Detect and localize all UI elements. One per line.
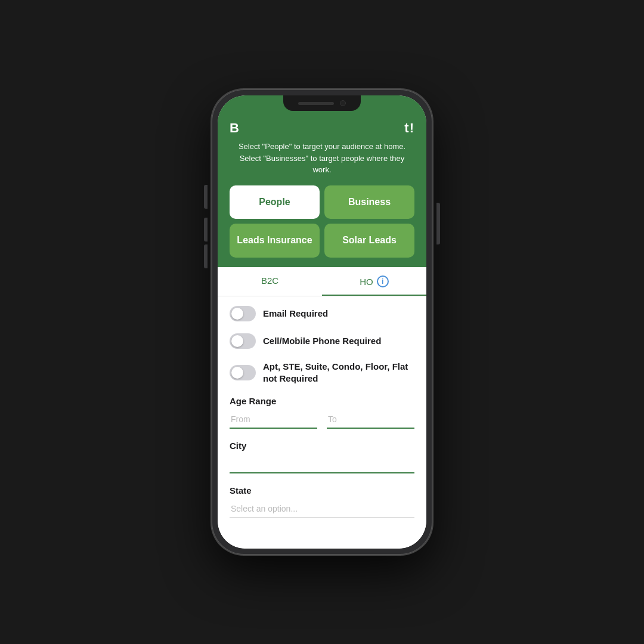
email-required-label: Email Required	[263, 308, 328, 320]
city-label: City	[230, 441, 414, 451]
state-label: State	[230, 485, 414, 496]
apt-ste-label: Apt, STE, Suite, Condo, Floor, Flat not …	[263, 361, 414, 384]
header-right-label: t!	[404, 120, 414, 136]
state-select[interactable]: Select an option...	[230, 501, 414, 518]
header-description: Select "People" to target your audience …	[230, 141, 414, 176]
content-area: B2C HO i Email Required	[218, 267, 426, 549]
cell-mobile-toggle[interactable]	[230, 333, 256, 349]
email-required-toggle[interactable]	[230, 306, 256, 321]
state-section: State Select an option...	[230, 485, 414, 518]
city-input[interactable]	[230, 457, 414, 473]
category-business-button[interactable]: Business	[324, 185, 414, 219]
apt-ste-row: Apt, STE, Suite, Condo, Floor, Flat not …	[230, 361, 414, 384]
age-range-label: Age Range	[230, 396, 414, 406]
category-grid: People Business Leads Insurance Solar Le…	[230, 185, 414, 258]
green-header: B t! Select "People" to target your audi…	[218, 120, 426, 267]
tabs-bar: B2C HO i	[218, 267, 426, 296]
phone-screen: B t! Select "People" to target your audi…	[218, 95, 426, 549]
speaker	[298, 102, 334, 105]
age-to-input[interactable]	[327, 412, 414, 429]
apt-ste-toggle[interactable]	[230, 365, 256, 380]
age-from-group	[230, 412, 317, 429]
category-solar-leads-button[interactable]: Solar Leads	[324, 224, 414, 258]
screen-content: B t! Select "People" to target your audi…	[218, 95, 426, 549]
notch	[283, 95, 361, 111]
phone-device: B t! Select "People" to target your audi…	[212, 89, 432, 555]
form-content: Email Required Cell/Mobile Phone Require…	[218, 296, 426, 534]
age-from-input[interactable]	[230, 412, 317, 429]
age-to-group	[327, 412, 414, 429]
camera	[340, 100, 346, 106]
category-leads-insurance-button[interactable]: Leads Insurance	[230, 224, 320, 258]
tab-b2c[interactable]: B2C	[218, 267, 322, 296]
age-range-row	[230, 412, 414, 429]
header-left-label: B	[230, 120, 240, 136]
category-people-button[interactable]: People	[230, 185, 320, 219]
notch-bar	[218, 95, 426, 120]
tab-ho[interactable]: HO i	[322, 267, 426, 296]
email-required-row: Email Required	[230, 306, 414, 321]
ho-info-icon[interactable]: i	[377, 275, 389, 287]
cell-mobile-label: Cell/Mobile Phone Required	[263, 335, 381, 347]
cell-mobile-row: Cell/Mobile Phone Required	[230, 333, 414, 349]
header-top: B t!	[230, 120, 414, 136]
city-section: City	[230, 441, 414, 473]
